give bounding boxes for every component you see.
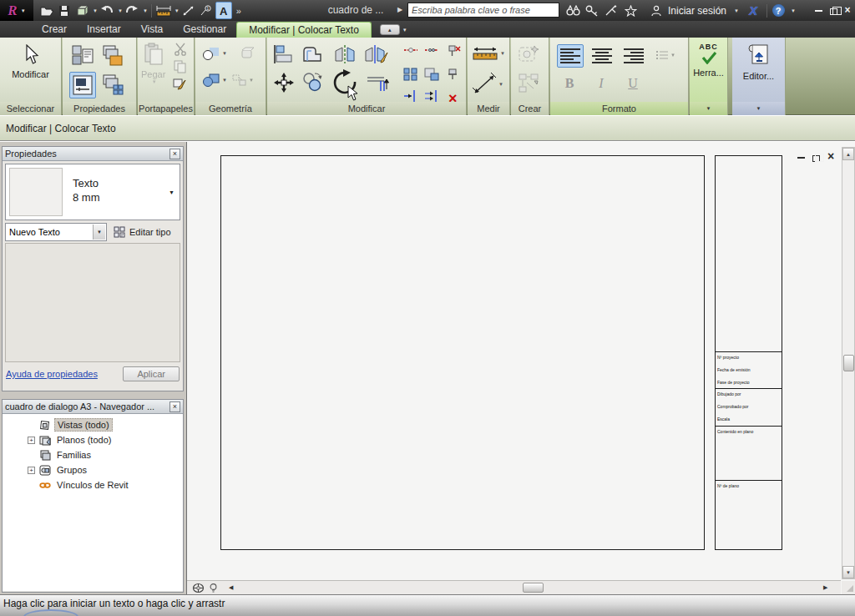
bold-button[interactable]: B — [559, 73, 580, 94]
field-issue-date[interactable]: Fecha de emisión — [717, 367, 780, 372]
scroll-down-icon[interactable] — [842, 566, 854, 578]
paste-button[interactable]: Pegar — [141, 43, 165, 84]
vertical-scrollbar[interactable] — [842, 147, 855, 579]
panel-label-geometria[interactable]: Geometría — [195, 102, 266, 115]
tab-gestionar[interactable]: Gestionar — [173, 21, 236, 38]
mirror-draw-axis-button[interactable] — [364, 44, 389, 64]
undo-dropdown-icon[interactable] — [118, 8, 123, 13]
tag-by-category-button[interactable]: 1 — [198, 2, 215, 19]
aligned-dimension-panel-button[interactable] — [472, 73, 503, 96]
rotate-button[interactable] — [332, 69, 359, 94]
tree-item-label[interactable]: Planos (todo) — [54, 434, 114, 446]
instance-selector-combobox[interactable]: Nuevo Texto — [5, 223, 107, 241]
properties-palette-header[interactable]: Propiedades — [3, 147, 183, 161]
project-browser-header[interactable]: cuadro de dialogo A3 - Navegador ... — [3, 400, 183, 414]
aligned-dimension-button[interactable] — [180, 2, 197, 19]
join-geometry-button[interactable] — [202, 73, 232, 88]
instance-selector-dropdown-icon[interactable] — [93, 225, 105, 240]
scroll-left-icon[interactable] — [229, 584, 233, 591]
panel-label-seleccionar[interactable]: Seleccionar — [0, 102, 61, 115]
match-type-properties-button[interactable] — [173, 78, 187, 91]
pin-button[interactable] — [447, 68, 458, 81]
create-group-button[interactable] — [518, 44, 541, 66]
unpin-button[interactable] — [447, 44, 462, 58]
favorites-button[interactable] — [622, 3, 639, 18]
expand-icon[interactable]: + — [28, 467, 35, 474]
align-center-button[interactable] — [589, 44, 615, 68]
sign-in-button[interactable] — [648, 3, 665, 18]
type-properties-button[interactable] — [69, 43, 96, 69]
properties-close-icon[interactable] — [169, 149, 180, 159]
measure-dropdown-icon[interactable] — [175, 8, 180, 13]
measure-between-refs-button[interactable] — [472, 46, 505, 61]
tree-item-vistas[interactable]: Vistas (todo) — [3, 417, 183, 432]
undo-button[interactable] — [99, 2, 115, 19]
restore-button[interactable] — [827, 6, 840, 18]
panel-label-formato[interactable]: Formato — [550, 102, 688, 115]
exchange-apps-button[interactable]: X — [745, 3, 761, 18]
copy-button[interactable] — [301, 71, 324, 93]
editor-flyout-icon[interactable] — [732, 102, 785, 115]
edit-type-button[interactable]: Editar tipo — [110, 223, 180, 241]
text-editor-button[interactable]: Editor... — [732, 43, 785, 81]
user-interface-button[interactable] — [100, 72, 127, 98]
tree-item-planos[interactable]: + Planos (todo) — [3, 432, 183, 447]
search-button[interactable] — [564, 3, 581, 18]
title-block[interactable]: Nº proyecto Fecha de emisión Fase de pro… — [715, 155, 782, 550]
trim-extend-corner-button[interactable] — [366, 71, 391, 93]
geometry-gray-button-1[interactable] — [232, 46, 262, 61]
tree-item-label[interactable]: Familias — [54, 449, 94, 461]
trim-extend-multiple-button[interactable] — [424, 89, 439, 103]
field-sheet-number[interactable]: Nº de plano — [717, 483, 780, 488]
field-drawn-by[interactable]: Dibujado por — [717, 391, 780, 396]
scroll-up-icon[interactable] — [842, 148, 854, 160]
ribbon-collapse-dropdown-icon[interactable] — [402, 28, 407, 33]
redo-dropdown-icon[interactable] — [143, 8, 148, 13]
tree-item-label[interactable]: Vínculos de Revit — [54, 479, 131, 491]
tab-modificar-colocar-texto[interactable]: Modificar | Colocar Texto — [236, 22, 372, 38]
type-selector[interactable]: Texto 8 mm — [5, 164, 180, 220]
panel-label-portapapeles[interactable]: Portapapeles — [138, 102, 194, 115]
search-input[interactable] — [407, 3, 559, 18]
help-dropdown-icon[interactable] — [785, 3, 802, 18]
communication-center-button[interactable] — [603, 3, 620, 18]
panel-label-propiedades[interactable]: Propiedades — [63, 102, 136, 115]
cut-geometry-button[interactable] — [202, 46, 232, 61]
tools-flyout-icon[interactable] — [690, 102, 727, 115]
offset-button[interactable] — [301, 44, 324, 64]
sheet-border[interactable] — [220, 155, 705, 550]
sign-in-dropdown-icon[interactable] — [728, 3, 745, 18]
field-project-phase[interactable]: Fase de proyecto — [717, 380, 780, 385]
properties-dialog-button[interactable] — [100, 43, 127, 69]
help-button[interactable]: ? — [770, 3, 787, 18]
subscription-button[interactable] — [584, 3, 600, 18]
project-browser-close-icon[interactable] — [169, 401, 180, 412]
scroll-right-icon[interactable] — [823, 584, 827, 591]
panel-label-crear[interactable]: Crear — [511, 102, 549, 115]
trim-extend-single-button[interactable] — [403, 89, 418, 103]
toolbar-overflow-icon[interactable] — [236, 6, 241, 16]
horizontal-scroll-thumb[interactable] — [523, 583, 544, 593]
horizontal-scrollbar[interactable] — [187, 580, 841, 594]
tab-crear[interactable]: Crear — [32, 21, 77, 38]
sync-dropdown-icon[interactable] — [93, 8, 98, 13]
text-tool-button[interactable]: A — [215, 2, 232, 19]
panel-label-modificar[interactable]: Modificar — [267, 102, 466, 115]
split-element-button[interactable] — [403, 44, 418, 56]
title-expand-icon[interactable] — [397, 6, 402, 13]
tree-item-label[interactable]: Grupos — [54, 464, 89, 476]
tree-item-familias[interactable]: Familias — [3, 447, 183, 462]
open-button[interactable] — [38, 2, 55, 19]
scale-button[interactable] — [424, 68, 439, 81]
resize-grip[interactable] — [842, 581, 855, 594]
view-close-button[interactable] — [827, 149, 834, 163]
field-project-number[interactable]: Nº proyecto — [717, 355, 780, 360]
list-format-button[interactable] — [655, 49, 675, 61]
mirror-pick-axis-button[interactable] — [332, 44, 357, 64]
align-left-button[interactable] — [557, 44, 584, 68]
italic-button[interactable]: I — [590, 73, 612, 94]
tab-insertar[interactable]: Insertar — [77, 21, 131, 38]
expand-icon[interactable]: + — [28, 437, 35, 444]
create-similar-button[interactable] — [518, 73, 541, 94]
sign-in-label[interactable]: Iniciar sesión — [668, 5, 726, 17]
